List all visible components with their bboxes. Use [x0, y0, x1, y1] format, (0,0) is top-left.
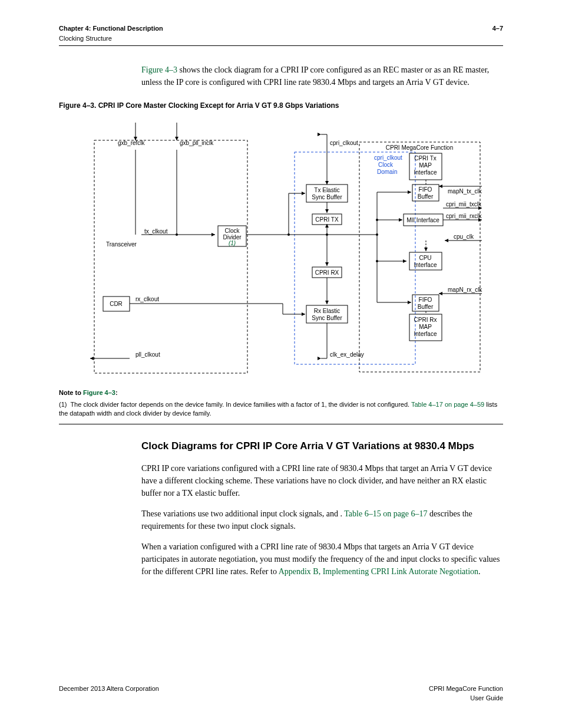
intro-text: shows the clock diagram for a CPRI IP co…: [141, 65, 489, 87]
cpu-l2: Interface: [414, 262, 437, 268]
cpri-rx-label: CPRI RX: [315, 269, 339, 276]
mapn-tx-clk-label: mapN_tx_clk: [448, 188, 482, 195]
cpri-tx-label: CPRI TX: [315, 216, 339, 223]
note-figure-link[interactable]: Figure 4–3: [83, 389, 115, 396]
txmap-l3: Interface: [414, 169, 437, 176]
gxb-pll-inclk-label: gxb_pll_inclk: [180, 140, 214, 146]
cpri-mii-rxclk-label: cpri_mii_rxclk: [446, 213, 482, 219]
rx-elastic-l2: Sync Buffer: [312, 315, 342, 321]
tx-elastic-l2: Sync Buffer: [312, 194, 342, 200]
footer-left: December 2013 Altera Corporation: [59, 684, 159, 703]
clkout-domain-l1: cpri_clkout: [374, 154, 402, 161]
svg-rect-0: [94, 140, 247, 373]
header-left: Chapter 4: Functional Description Clocki…: [59, 24, 163, 43]
rx-clkout-label: rx_clkout: [135, 296, 159, 302]
tx-clkout-label: tx_clkout: [144, 228, 168, 235]
cdr-label: CDR: [110, 301, 123, 307]
rxmap-l1: CPRI Rx: [414, 317, 437, 323]
figure-caption: Figure 4–3. CPRI IP Core Master Clocking…: [59, 100, 503, 111]
mii-interface-label: MII Interface: [406, 217, 439, 223]
clkout-domain-l2: Clock: [378, 162, 394, 168]
intro-paragraph: Figure 4–3 shows the clock diagram for a…: [141, 64, 503, 88]
paragraph-3: When a variation configured with a CPRI …: [141, 541, 503, 578]
page-header: Chapter 4: Functional Description Clocki…: [59, 24, 503, 46]
note-title: Note to Figure 4–3:: [59, 388, 503, 398]
paragraph-2: These variations use two additional inpu…: [141, 508, 503, 532]
cpri-mii-txclk-label: cpri_mii_txclk: [446, 201, 482, 207]
footer-right: CPRI MegaCore Function User Guide: [429, 684, 503, 703]
note-table-link[interactable]: Table 4–17 on page 4–59: [411, 401, 484, 408]
transceiver-label: Transceiver: [106, 241, 137, 248]
clkout-domain-l3: Domain: [377, 169, 397, 175]
svg-rect-2: [295, 152, 415, 364]
pll-clkout-label: pll_clkout: [135, 351, 160, 358]
cpu-l1: CPU: [419, 255, 431, 261]
txmap-l2: MAP: [419, 162, 432, 169]
section-heading: Clock Diagrams for CPRI IP Core Arria V …: [141, 439, 503, 454]
cpu-clk-label: cpu_clk: [454, 233, 474, 240]
chapter-title: Chapter 4: Functional Description: [59, 24, 163, 34]
gxb-refclk-label: gxb_refclk: [118, 140, 146, 146]
fifo-tx-l2: Buffer: [418, 193, 434, 200]
megacore-label: CPRI MegaCore Function: [386, 144, 454, 151]
rxmap-l3: Interface: [414, 331, 437, 337]
page-footer: December 2013 Altera Corporation CPRI Me…: [59, 684, 503, 703]
cpri-clkout-label: cpri_clkout: [330, 140, 358, 146]
table-6-15-link[interactable]: Table 6–15 on page 6–17: [344, 509, 427, 518]
page-number: 4–7: [492, 24, 503, 43]
rxmap-l2: MAP: [419, 324, 432, 330]
tx-elastic-l1: Tx Elastic: [314, 187, 339, 193]
fifo-tx-l1: FIFO: [419, 186, 432, 193]
svg-point-36: [376, 260, 378, 262]
clock-div-l1: Clock: [224, 228, 240, 234]
section-title: Clocking Structure: [59, 34, 163, 44]
mapn-rx-clk-label: mapN_rx_clk: [448, 286, 482, 293]
figure-note: Note to Figure 4–3: (1) The clock divide…: [59, 388, 503, 424]
clk-ex-delay-label: clk_ex_delay: [330, 351, 364, 358]
clock-div-note: (1): [229, 240, 236, 246]
fifo-rx-l1: FIFO: [419, 297, 432, 303]
note-body: (1) The clock divider factor depends on …: [59, 400, 503, 419]
figure-ref-link[interactable]: Figure 4–3: [141, 65, 177, 74]
paragraph-1: CPRI IP core variations configured with …: [141, 462, 503, 499]
appendix-b-link[interactable]: Appendix B, Implementing CPRI Link Autor…: [279, 567, 478, 576]
rx-elastic-l1: Rx Elastic: [314, 308, 340, 314]
clock-diagram: CPRI MegaCore Function gxb_refclk gxb_pl…: [59, 117, 503, 376]
fifo-rx-l2: Buffer: [418, 304, 434, 310]
txmap-l1: CPRI Tx: [414, 155, 437, 162]
